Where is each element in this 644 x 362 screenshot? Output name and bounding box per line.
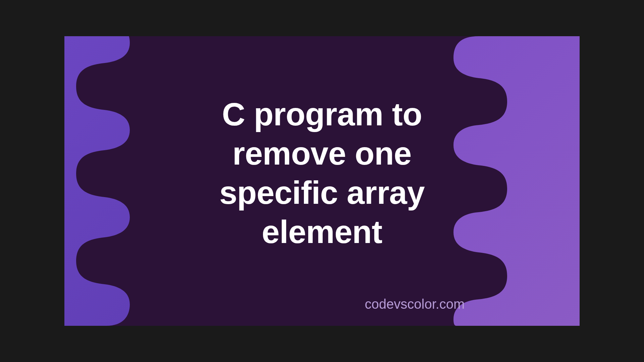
banner-canvas: C program to remove one specific array e… — [64, 36, 580, 326]
watermark-text: codevscolor.com — [365, 297, 465, 312]
banner-title: C program to remove one specific array e… — [171, 95, 473, 251]
